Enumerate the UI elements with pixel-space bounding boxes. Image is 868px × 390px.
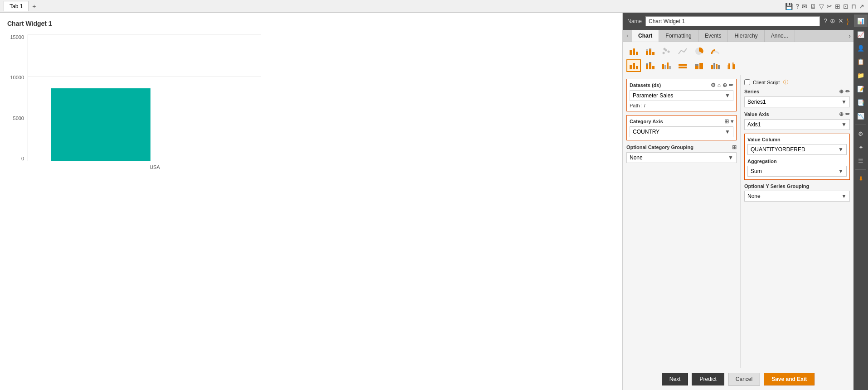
sidebar-doc-icon[interactable]: 📑 (854, 96, 868, 109)
window-icon[interactable]: ⊓ (851, 3, 856, 10)
next-button[interactable]: Next (662, 373, 689, 385)
panel-content: Datasets (ds) ⚙ ⌂ ⊕ ✏ Parameter Sales ▼ … (623, 75, 853, 368)
export-icon[interactable]: ↗ (859, 3, 864, 10)
datasets-dropdown-arrow: ▼ (725, 92, 730, 99)
svg-rect-19 (649, 62, 651, 63)
header-pin-icon[interactable]: ⟩ (846, 17, 849, 26)
sidebar-edit-icon[interactable]: 📝 (854, 82, 868, 95)
optional-grouping-icons: ⊞ (732, 144, 737, 150)
tab-annotations[interactable]: Anno... (765, 30, 795, 42)
layout-icon[interactable]: ⊡ (843, 3, 849, 10)
series-dropdown[interactable]: Series1 ▼ (744, 96, 850, 107)
predict-button[interactable]: Predict (692, 373, 724, 385)
category-axis-grid-icon[interactable]: ⊞ (724, 118, 729, 125)
mail-icon[interactable]: ✉ (802, 3, 807, 10)
grid-icon[interactable]: ⊞ (835, 3, 840, 10)
value-axis-add-icon[interactable]: ⊕ (839, 111, 844, 117)
filter-icon[interactable]: ▽ (819, 3, 824, 10)
value-axis-dropdown[interactable]: Axis1 ▼ (744, 119, 850, 130)
client-script-info-icon[interactable]: ⓘ (783, 79, 788, 86)
optional-grouping-dropdown[interactable]: None ▼ (626, 152, 737, 163)
chart-type-pie-icon[interactable] (692, 45, 706, 58)
tab-nav-next[interactable]: › (846, 30, 853, 42)
panel-tab-prev[interactable]: ‹ (623, 30, 632, 42)
tab-1[interactable]: Tab 1 (4, 1, 29, 11)
svg-rect-21 (662, 64, 664, 69)
category-axis-label: Category Axis (630, 119, 663, 124)
tab-events[interactable]: Events (698, 30, 728, 42)
widget-name-input[interactable] (645, 16, 820, 26)
chart-subtype-7[interactable] (724, 59, 739, 72)
optional-y-dropdown[interactable]: None ▼ (744, 191, 850, 202)
sidebar-user-icon[interactable]: 👤 (854, 42, 868, 54)
help-icon[interactable]: ? (795, 3, 799, 10)
svg-rect-29 (699, 63, 703, 69)
sidebar-table-icon[interactable]: 📋 (854, 55, 868, 68)
y-label-5000: 5000 (7, 116, 24, 121)
sidebar-folder-icon[interactable]: 📁 (854, 69, 868, 82)
tab-chart[interactable]: Chart (632, 30, 659, 42)
client-script-row: Client Script ⓘ (744, 79, 850, 86)
datasets-filter-icon[interactable]: ⚙ (711, 82, 716, 88)
series-edit-icon[interactable]: ✏ (845, 88, 850, 95)
header-move-icon[interactable]: ⊕ (830, 17, 835, 26)
header-close-icon[interactable]: ✕ (838, 17, 844, 26)
chart-subtype-2[interactable] (643, 59, 657, 72)
chart-type-scatter-icon[interactable] (659, 45, 674, 58)
cancel-button[interactable]: Cancel (728, 373, 760, 385)
datasets-dropdown[interactable]: Parameter Sales ▼ (630, 90, 733, 101)
chart-type-gauge-icon[interactable] (708, 45, 723, 58)
save-icon[interactable]: 💾 (785, 3, 793, 10)
chart-subtype-1[interactable] (626, 59, 641, 72)
aggregation-label-text: Aggregation (747, 159, 777, 164)
chart-subtype-5[interactable] (692, 59, 706, 72)
top-bar-icons: 💾 ? ✉ 🖥 ▽ ✂ ⊞ ⊡ ⊓ ↗ (785, 3, 864, 10)
aggregation-arrow: ▼ (838, 168, 844, 174)
chart-subtype-3[interactable] (659, 59, 674, 72)
sidebar-star-icon[interactable]: ✦ (854, 141, 868, 154)
header-help-icon[interactable]: ? (824, 17, 827, 26)
datasets-add-icon[interactable]: ⊕ (723, 82, 727, 88)
series-icons: ⊕ ✏ (839, 88, 850, 95)
sidebar-settings-icon[interactable]: ⚙ (854, 127, 868, 140)
chart-type-bar-icon[interactable] (626, 45, 641, 58)
optional-y-label: Optional Y Series Grouping (744, 183, 850, 189)
aggregation-dropdown[interactable]: Sum ▼ (747, 166, 847, 177)
svg-rect-17 (646, 63, 648, 65)
client-script-checkbox[interactable] (744, 79, 750, 85)
chart-type-stacked-icon[interactable] (643, 45, 657, 58)
category-axis-filter-icon[interactable]: ▾ (731, 118, 733, 125)
datasets-home-icon[interactable]: ⌂ (718, 82, 721, 88)
sidebar-menu-icon[interactable]: ☰ (854, 154, 868, 167)
sidebar-chart-icon[interactable]: 📊 (854, 14, 868, 27)
save-exit-button[interactable]: Save and Exit (764, 373, 815, 385)
sidebar-graph-icon[interactable]: 📉 (854, 110, 868, 122)
name-label: Name (627, 18, 642, 24)
chart-subtype-6[interactable] (708, 59, 723, 72)
panel-header-icons: ? ⊕ ✕ ⟩ (824, 17, 849, 26)
datasets-edit-icon[interactable]: ✏ (729, 82, 733, 88)
tab-hierarchy[interactable]: Hierarchy (728, 30, 764, 42)
category-axis-dropdown[interactable]: COUNTRY ▼ (630, 126, 733, 137)
chart-subtype-4[interactable] (675, 59, 690, 72)
tab-formatting[interactable]: Formatting (659, 30, 698, 42)
monitor-icon[interactable]: 🖥 (810, 3, 816, 10)
optional-grouping-grid-icon[interactable]: ⊞ (732, 144, 737, 150)
panel-tabs: ‹ Chart Formatting Events Hierarchy Anno… (623, 30, 853, 42)
optional-y-value: None (747, 193, 761, 199)
chevron-right-icon[interactable]: › (849, 32, 851, 39)
sidebar-trend-icon[interactable]: 📈 (854, 28, 868, 41)
add-tab-button[interactable]: + (29, 1, 39, 12)
aggregation-section: Aggregation Sum ▼ (747, 159, 847, 177)
svg-rect-4 (646, 49, 648, 51)
chart-type-line-icon[interactable] (675, 45, 690, 58)
sidebar-download-icon[interactable]: ⬇ (854, 172, 868, 185)
value-axis-edit-icon[interactable]: ✏ (845, 111, 850, 117)
datasets-value: Parameter Sales (633, 92, 673, 99)
scissors-icon[interactable]: ✂ (827, 3, 832, 10)
svg-rect-18 (649, 63, 651, 69)
right-panel: Name ? ⊕ ✕ ⟩ ‹ Chart Formatting Events H… (622, 13, 853, 390)
category-axis-title: Category Axis ⊞ ▾ (630, 118, 733, 125)
value-column-dropdown[interactable]: QUANTITYORDERED ▼ (747, 144, 847, 155)
series-add-icon[interactable]: ⊕ (839, 88, 844, 95)
